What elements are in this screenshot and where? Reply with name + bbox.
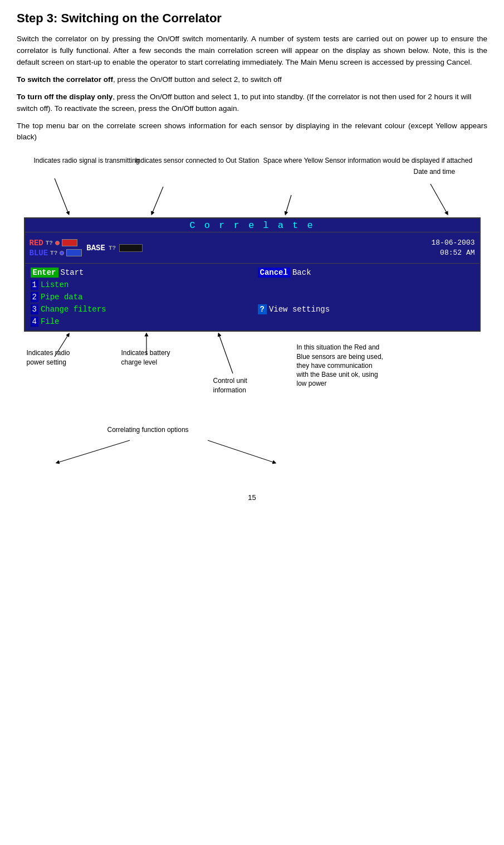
- menu-3-changefilters: 3 Change filters: [31, 304, 247, 315]
- blue-sensor-row: BLUE T?: [30, 249, 82, 258]
- menu-1-listen: 1 Listen: [31, 279, 247, 290]
- screen-date: 18-06-2003: [431, 238, 474, 248]
- key-4: 4: [31, 317, 38, 327]
- key-2: 2: [31, 292, 38, 302]
- base-column: BASE T?: [86, 235, 143, 261]
- paragraph-1: Switch the correlator on by pressing the…: [17, 33, 487, 69]
- menu-4-file: 4 File: [31, 316, 247, 327]
- menu-view-settings: ? View settings: [258, 304, 474, 315]
- yellow-space-label: Space where Yellow Sensor information wo…: [263, 156, 473, 165]
- menu-cancel-back: Cancel Back: [258, 267, 474, 278]
- listen-label: Listen: [41, 280, 68, 289]
- blue-label: BLUE: [30, 249, 48, 258]
- screen-title: C o r r e l a t e: [25, 218, 479, 232]
- menu-2-pipedata: 2 Pipe data: [31, 292, 247, 303]
- svg-line-0: [55, 178, 68, 213]
- svg-line-8: [208, 440, 275, 463]
- red-battery: [62, 239, 77, 246]
- viewsettings-label: View settings: [269, 305, 330, 314]
- key-3: 3: [31, 304, 38, 314]
- paragraph-top-menu: The top menu bar on the correlate screen…: [17, 120, 487, 144]
- enter-key: Enter: [31, 268, 58, 278]
- datetime-column: 18-06-2003 08:52 AM: [431, 235, 474, 261]
- diagram-area: Indicates radio signal is transmitting I…: [17, 153, 487, 471]
- svg-line-7: [57, 440, 130, 463]
- menu-enter-start: Enter Start: [31, 267, 247, 278]
- blue-power: T?: [50, 250, 57, 256]
- screen-middle-row: RED T? BLUE T? BASE T? 18-06-2003: [25, 232, 479, 264]
- radio-power-label: Indicates radiopower setting: [27, 348, 70, 366]
- correlator-screen: C o r r e l a t e RED T? BLUE T? BASE: [24, 217, 481, 332]
- changefilters-label: Change filters: [41, 305, 106, 314]
- base-label: BASE: [86, 244, 105, 252]
- paragraph-switch-off: To switch the correlator off, press the …: [17, 74, 487, 86]
- screen-time: 08:52 AM: [440, 248, 474, 258]
- screen-menu: Enter Start Cancel Back 1 Listen 2 Pipe …: [25, 264, 479, 331]
- radio-signal-label: Indicates radio signal is transmitting: [34, 156, 140, 165]
- svg-line-2: [286, 195, 291, 213]
- page-title: Step 3: Switching on the Correlator: [17, 11, 487, 26]
- sensor-column: RED T? BLUE T?: [30, 235, 82, 261]
- blue-battery: [66, 249, 82, 256]
- correlating-options-label: Correlating function options: [107, 425, 189, 434]
- paragraph-display-off: To turn off the display only, press the …: [17, 91, 487, 115]
- key-1: 1: [31, 280, 38, 290]
- view-settings-key: ?: [258, 304, 267, 314]
- base-power-indicator: T?: [109, 245, 116, 251]
- red-blue-note: In this situation the Red andBlue sensor…: [297, 343, 383, 388]
- pipedata-label: Pipe data: [41, 293, 83, 302]
- file-label: File: [41, 317, 60, 326]
- start-label: Start: [61, 268, 84, 277]
- svg-line-6: [219, 334, 233, 373]
- red-label: RED: [30, 239, 43, 247]
- red-sensor-row: RED T?: [30, 239, 82, 247]
- cancel-key: Cancel: [258, 268, 290, 278]
- svg-line-1: [152, 187, 163, 213]
- base-battery: [119, 244, 143, 252]
- back-label: Back: [292, 268, 311, 277]
- sensor-out-station-label: Indicates sensor connected to Out Statio…: [135, 156, 260, 165]
- page-number: 15: [17, 493, 487, 502]
- control-unit-label: Control unitinformation: [213, 376, 247, 394]
- svg-line-3: [430, 184, 447, 213]
- red-tx-dot: [55, 241, 60, 245]
- red-power: T?: [46, 240, 53, 246]
- date-time-label: Date and time: [414, 167, 456, 176]
- battery-charge-label: Indicates batterycharge level: [121, 348, 170, 366]
- blue-tx-dot: [60, 251, 64, 255]
